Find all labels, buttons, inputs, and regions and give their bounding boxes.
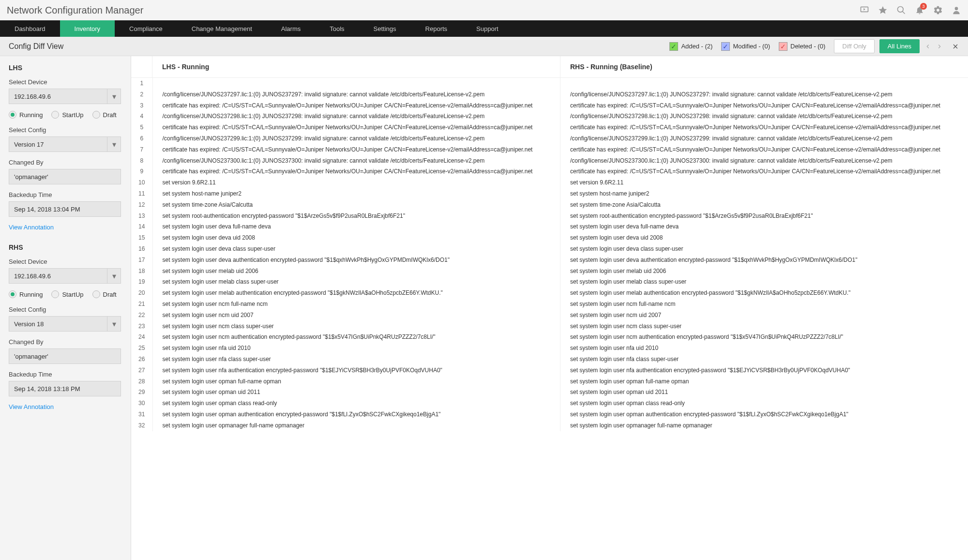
lhs-line: certificate has expired: /C=US/ST=CA/L=S… [152,144,560,155]
line-number: 10 [131,177,152,188]
nav-item-support[interactable]: Support [462,20,513,37]
rhs-line: set system login user ncm class super-us… [560,321,968,332]
rhs-radio-draft[interactable]: Draft [92,290,117,298]
lhs-backedup-field[interactable]: Sep 14, 2018 13:04 PM [9,201,121,217]
rhs-config-type-radios: Running StartUp Draft [9,290,122,298]
diff-row: 31set system login user opman authentica… [131,409,968,420]
nav-item-settings[interactable]: Settings [359,20,411,37]
radio-on-icon [9,111,16,119]
rhs-line: set system login user nfa uid 2010 [560,343,968,354]
lhs-line: set system login user melab authenticati… [152,288,560,299]
next-diff-icon[interactable] [936,43,943,50]
diff-row: 14set system login user deva full-name d… [131,221,968,232]
lhs-device-select[interactable]: 192.168.49.6▾ [9,89,121,104]
rhs-line: /config/license/JUNOS237297.lic:1:(0) JU… [560,89,968,100]
nav-item-change-management[interactable]: Change Management [177,20,267,37]
line-number: 26 [131,354,152,365]
line-number: 1 [131,78,152,89]
lhs-radio-running[interactable]: Running [9,111,43,119]
rhs-changedby-field[interactable]: 'opmanager' [9,348,121,364]
rhs-device-select[interactable]: 192.168.49.6▾ [9,268,121,284]
lhs-radio-startup[interactable]: StartUp [51,111,83,119]
lhs-line: set system time-zone Asia/Calcutta [152,199,560,211]
rhs-backedup-field[interactable]: Sep 14, 2018 13:18 PM [9,381,121,396]
diff-row: 25set system login user nfa uid 2010set … [131,343,968,354]
lhs-config-label: Select Config [9,126,122,134]
caret-down-icon: ▾ [107,269,121,283]
legend-added-label: Added - (2) [681,43,712,50]
rhs-view-annotation-link[interactable]: View Annotation [9,403,122,410]
legend-added[interactable]: ✓Added - (2) [669,42,712,51]
caret-down-icon: ▾ [107,89,121,104]
nav-item-dashboard[interactable]: Dashboard [0,20,60,37]
line-number: 7 [131,144,152,155]
presentation-icon[interactable] [860,5,869,15]
line-number: 12 [131,199,152,211]
lhs-line [152,78,560,89]
close-icon[interactable] [952,43,959,50]
rhs-radio-startup[interactable]: StartUp [51,290,83,298]
line-number: 14 [131,221,152,232]
lhs-view-annotation-link[interactable]: View Annotation [9,224,122,231]
radio-off-icon [51,111,59,119]
legend-deleted[interactable]: ✓Deleted - (0) [779,42,825,51]
user-icon[interactable] [952,5,961,15]
diff-row: 7certificate has expired: /C=US/ST=CA/L=… [131,144,968,155]
rhs-line: set system login user nfa authentication… [560,365,968,376]
lhs-config-select[interactable]: Version 17▾ [9,136,121,152]
lhs-line: /config/license/JUNOS237297.lic:1:(0) JU… [152,89,560,100]
rhs-line: set system login user ncm authentication… [560,332,968,343]
rhs-radio-running[interactable]: Running [9,290,43,298]
check-icon: ✓ [669,42,678,51]
rhs-config-select[interactable]: Version 18▾ [9,316,121,332]
radio-off-icon [92,290,100,298]
diff-row: 8/config/license/JUNOS237300.lic:1:(0) J… [131,155,968,166]
rhs-line: set version 9.6R2.11 [560,177,968,188]
lhs-line: set system login user melab uid 2006 [152,266,560,277]
nav-item-inventory[interactable]: Inventory [60,20,115,37]
all-lines-button[interactable]: All Lines [879,39,920,53]
line-number: 18 [131,266,152,277]
line-number: 29 [131,387,152,398]
diff-only-button[interactable]: Diff Only [834,39,875,53]
line-number: 9 [131,166,152,177]
rhs-column-header: RHS - Running (Baseline) [560,56,968,77]
rhs-line: certificate has expired: /C=US/ST=CA/L=S… [560,166,968,177]
diff-body[interactable]: 12/config/license/JUNOS237297.lic:1:(0) … [131,78,968,560]
nav-item-compliance[interactable]: Compliance [115,20,177,37]
line-number: 22 [131,310,152,321]
nav-item-tools[interactable]: Tools [315,20,359,37]
lhs-column-header: LHS - Running [152,56,560,77]
lhs-line: set system login user deva class super-u… [152,243,560,255]
gear-icon[interactable] [933,5,943,15]
nav-item-alarms[interactable]: Alarms [267,20,315,37]
lhs-line: set system login user opman uid 2011 [152,387,560,398]
diff-row: 15set system login user deva uid 2008set… [131,232,968,243]
diff-row: 32set system login user opmanager full-n… [131,420,968,431]
lhs-changedby-field[interactable]: 'opmanager' [9,169,121,184]
bell-icon[interactable]: 3 [915,5,924,15]
main-nav: DashboardInventoryComplianceChange Manag… [0,20,968,37]
line-number: 11 [131,188,152,199]
prev-diff-icon[interactable] [924,43,931,50]
rhs-line: /config/license/JUNOS237300.lic:1:(0) JU… [560,155,968,166]
lhs-radio-draft[interactable]: Draft [92,111,117,119]
diff-row: 9certificate has expired: /C=US/ST=CA/L=… [131,166,968,177]
line-number: 16 [131,243,152,255]
rhs-line: set system login user melab class super-… [560,276,968,288]
rhs-line: set system login user deva class super-u… [560,243,968,255]
lhs-backedup-label: Backedup Time [9,191,122,198]
rhs-line: set system time-zone Asia/Calcutta [560,199,968,211]
lhs-line: set system root-authentication encrypted… [152,211,560,222]
line-number: 32 [131,420,152,431]
diff-row: 19set system login user melab class supe… [131,276,968,288]
rhs-line: /config/license/JUNOS237298.lic:1:(0) JU… [560,111,968,122]
diff-row: 18set system login user melab uid 2006se… [131,266,968,277]
line-number: 23 [131,321,152,332]
compass-icon[interactable] [878,5,888,15]
legend-modified[interactable]: ✓Modified - (0) [721,42,770,51]
search-icon[interactable] [896,5,906,15]
line-number: 19 [131,276,152,288]
nav-item-reports[interactable]: Reports [411,20,462,37]
diff-column-headers: LHS - Running RHS - Running (Baseline) [131,56,968,78]
